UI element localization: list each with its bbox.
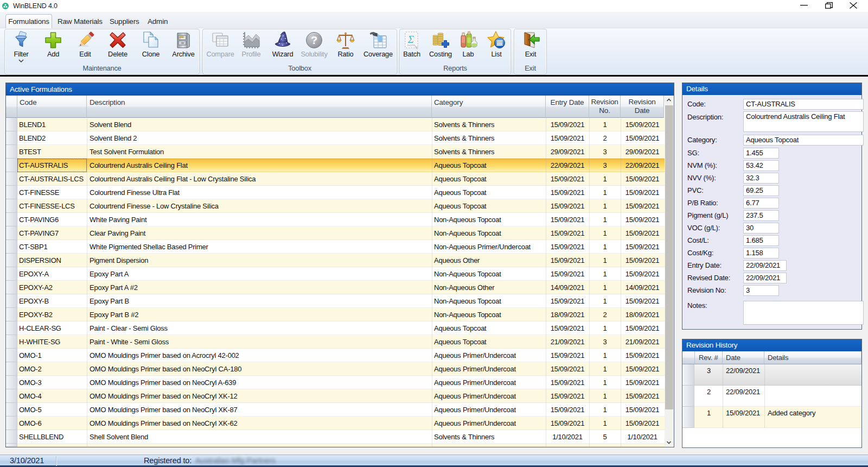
svg-text:?: ? [311,34,317,46]
svg-text:x+y=z: x+y=z [407,43,415,47]
